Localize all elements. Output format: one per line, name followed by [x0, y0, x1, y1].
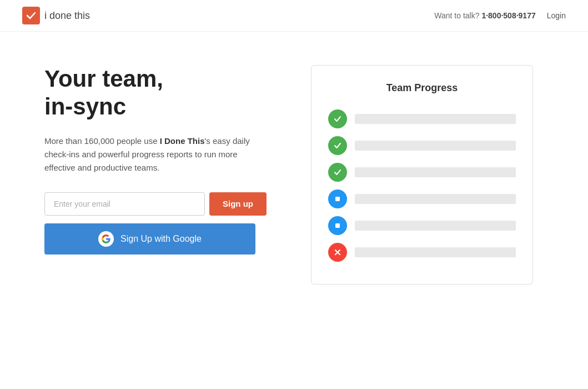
hero-description: More than 160,000 people use I Done This…: [44, 134, 267, 174]
svg-rect-1: [335, 223, 340, 228]
google-signup-button[interactable]: Sign Up with Google: [44, 223, 255, 255]
logo-icon: [22, 7, 40, 24]
in-progress-icon: [328, 189, 347, 208]
google-button-label: Sign Up with Google: [120, 234, 202, 244]
left-section: Your team, in-sync More than 160,000 peo…: [44, 65, 267, 255]
login-link[interactable]: Login: [547, 11, 566, 20]
main-content: Your team, in-sync More than 160,000 peo…: [0, 32, 588, 307]
progress-bar: [355, 194, 516, 204]
progress-bar: [355, 167, 516, 177]
blocked-icon: [328, 243, 347, 262]
phone-info: Want to talk? 1·800·508·9177: [434, 11, 535, 20]
right-section: Team Progress: [311, 65, 533, 285]
google-icon: [98, 231, 114, 247]
progress-bar: [355, 114, 516, 124]
progress-bar: [355, 141, 516, 151]
done-icon: [328, 109, 347, 128]
progress-bar: [355, 221, 516, 231]
progress-card: Team Progress: [311, 65, 533, 285]
table-row: [328, 189, 516, 208]
done-icon: [328, 163, 347, 182]
in-progress-icon: [328, 216, 347, 235]
table-row: [328, 136, 516, 155]
signup-form: Sign up: [44, 192, 267, 216]
hero-title: Your team, in-sync: [44, 65, 267, 121]
progress-rows: [328, 109, 516, 262]
logo-text: i done this: [44, 10, 90, 22]
done-icon: [328, 136, 347, 155]
svg-rect-0: [335, 197, 340, 201]
progress-card-title: Team Progress: [328, 82, 516, 94]
header-right: Want to talk? 1·800·508·9177 Login: [434, 11, 566, 20]
table-row: [328, 243, 516, 262]
progress-bar: [355, 247, 516, 257]
table-row: [328, 216, 516, 235]
table-row: [328, 163, 516, 182]
table-row: [328, 109, 516, 128]
logo: i done this: [22, 7, 90, 24]
signup-button[interactable]: Sign up: [209, 192, 267, 216]
header: i done this Want to talk? 1·800·508·9177…: [0, 0, 588, 32]
email-input[interactable]: [44, 192, 205, 216]
